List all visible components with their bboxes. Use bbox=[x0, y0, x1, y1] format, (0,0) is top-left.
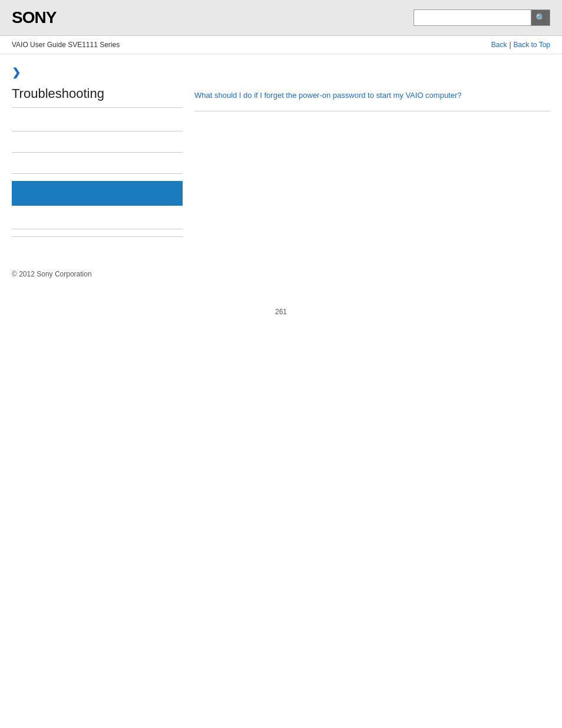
header: SONY 🔍 bbox=[0, 0, 562, 36]
breadcrumb-nav: Back | Back to Top bbox=[491, 41, 550, 49]
search-button[interactable]: 🔍 bbox=[531, 9, 550, 26]
content-area: What should I do if I forget the power-o… bbox=[194, 66, 550, 246]
sidebar-item-3 bbox=[12, 160, 183, 174]
sidebar-divider bbox=[12, 236, 183, 237]
sidebar-chevron[interactable]: ❯ bbox=[12, 66, 183, 79]
content-link-password[interactable]: What should I do if I forget the power-o… bbox=[194, 90, 550, 101]
sidebar-item-4 bbox=[12, 215, 183, 229]
sony-logo: SONY bbox=[12, 8, 56, 27]
back-link[interactable]: Back bbox=[491, 41, 507, 49]
main-content: ❯ Troubleshooting What should I do if I … bbox=[0, 54, 562, 258]
search-area: 🔍 bbox=[414, 9, 550, 26]
sidebar-title: Troubleshooting bbox=[12, 86, 183, 108]
guide-title: VAIO User Guide SVE1111 Series bbox=[12, 41, 120, 49]
back-to-top-link[interactable]: Back to Top bbox=[514, 41, 550, 49]
search-icon: 🔍 bbox=[535, 13, 546, 22]
breadcrumb-bar: VAIO User Guide SVE1111 Series Back | Ba… bbox=[0, 36, 562, 54]
sidebar-action-button[interactable] bbox=[12, 181, 183, 206]
sidebar: ❯ Troubleshooting bbox=[12, 66, 183, 246]
sidebar-item-2 bbox=[12, 139, 183, 153]
footer: © 2012 Sony Corporation bbox=[0, 258, 562, 284]
copyright-text: © 2012 Sony Corporation bbox=[12, 270, 92, 278]
page-number: 261 bbox=[0, 308, 562, 328]
sidebar-item-1 bbox=[12, 117, 183, 131]
search-input[interactable] bbox=[414, 9, 531, 26]
content-divider bbox=[194, 111, 550, 111]
nav-separator: | bbox=[509, 41, 511, 49]
